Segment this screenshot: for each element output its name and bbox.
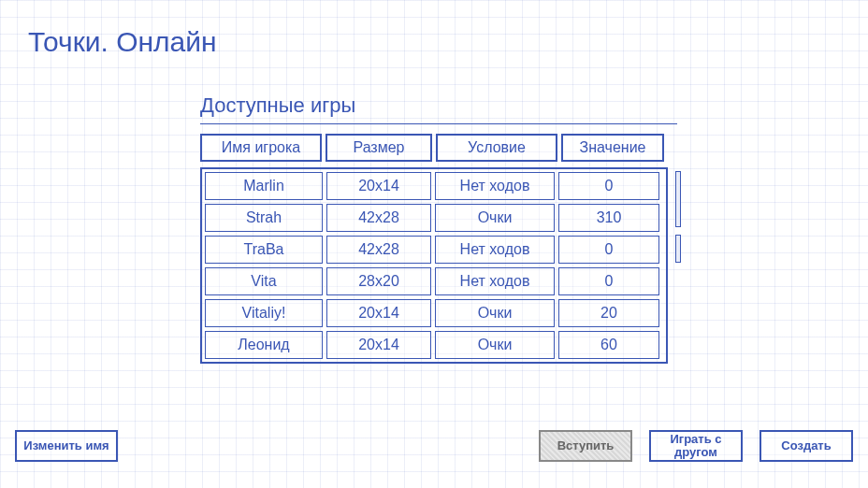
scrollbar[interactable] [675,171,681,367]
cell-size: 42x28 [326,236,431,264]
header-condition: Условие [436,134,557,162]
cell-condition: Нет ходов [435,236,555,264]
join-button[interactable]: Вступить [539,430,632,462]
cell-size: 20x14 [326,299,431,327]
create-button[interactable]: Создать [760,430,853,462]
cell-player-name: Vitaliy! [205,299,323,327]
table-row[interactable]: TraBa42x28Нет ходов0 [205,236,663,264]
cell-player-name: TraBa [205,236,323,264]
scroll-segment [675,171,681,227]
cell-size: 42x28 [326,204,431,232]
app-title: Точки. Онлайн [28,26,217,58]
play-with-friend-button[interactable]: Играть с другом [649,430,743,462]
cell-condition: Нет ходов [435,267,555,295]
table-body: Marlin20x14Нет ходов0Strah42x28Очки310Tr… [200,167,668,364]
cell-size: 20x14 [326,331,431,359]
table-header-row: Имя игрока Размер Условие Значение [200,134,668,162]
games-table: Имя игрока Размер Условие Значение Marli… [200,134,668,364]
cell-player-name: Marlin [205,172,323,200]
table-row[interactable]: Marlin20x14Нет ходов0 [205,172,663,200]
cell-player-name: Леонид [205,331,323,359]
table-row[interactable]: Vitaliy!20x14Очки20 [205,299,663,327]
cell-condition: Очки [435,204,555,232]
table-row[interactable]: Леонид20x14Очки60 [205,331,663,359]
rename-button[interactable]: Изменить имя [15,430,118,462]
cell-player-name: Strah [205,204,323,232]
bottom-bar: Изменить имя Вступить Играть с другом Со… [0,430,868,467]
table-row[interactable]: Vita28x20Нет ходов0 [205,267,663,295]
header-value: Значение [561,134,664,162]
available-games-section: Доступные игры Имя игрока Размер Условие… [200,93,677,364]
cell-value: 20 [558,299,659,327]
cell-value: 60 [558,331,659,359]
header-player-name: Имя игрока [200,134,322,162]
cell-value: 310 [558,204,659,232]
cell-size: 20x14 [326,172,431,200]
scroll-segment [675,235,681,263]
section-title: Доступные игры [200,93,677,124]
cell-condition: Очки [435,299,555,327]
header-size: Размер [326,134,432,162]
cell-player-name: Vita [205,267,323,295]
cell-condition: Нет ходов [435,172,555,200]
cell-value: 0 [558,236,659,264]
cell-condition: Очки [435,331,555,359]
cell-value: 0 [558,172,659,200]
cell-size: 28x20 [326,267,431,295]
cell-value: 0 [558,267,659,295]
table-row[interactable]: Strah42x28Очки310 [205,204,663,232]
